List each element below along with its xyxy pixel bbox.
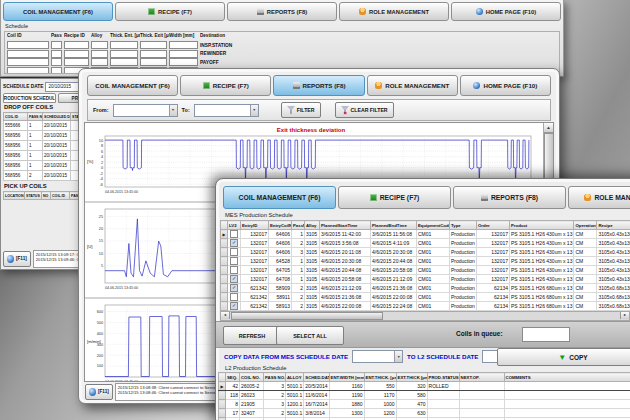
table-row[interactable]: 82190531200.116/7/201418801000470 xyxy=(219,400,630,409)
row-marker[interactable] xyxy=(221,293,228,302)
schedule-input[interactable] xyxy=(140,50,167,58)
column-header[interactable]: PassNo xyxy=(292,221,305,230)
clear-filter-button[interactable]: ×CLEAR FILTER xyxy=(335,102,394,118)
table-row[interactable]: 13201764708131054/6/2015 20:58:084/6/201… xyxy=(221,275,630,284)
column-header[interactable]: ENT.THICK. [μm] xyxy=(364,373,396,382)
to-date-select[interactable] xyxy=(194,104,259,117)
row-marker[interactable] xyxy=(221,239,228,248)
horizontal-scrollbar[interactable] xyxy=(220,311,630,321)
row-marker[interactable] xyxy=(221,275,228,284)
from-date-select[interactable] xyxy=(113,104,178,117)
schedule-input[interactable] xyxy=(110,41,138,49)
lv2-checkbox[interactable] xyxy=(230,266,238,274)
column-header[interactable]: COIL ID xyxy=(4,113,28,121)
tab-recipe-f7[interactable]: RECIPE (F7) xyxy=(180,75,271,96)
schedule-input[interactable] xyxy=(169,58,198,66)
table-row[interactable]: 173240725010.13/8/201413001200630 xyxy=(219,409,630,418)
table-row[interactable]: 568956120/10/2015 xyxy=(4,131,88,141)
column-header[interactable]: Product xyxy=(510,221,574,230)
tab-home-page-f10[interactable]: HOME PAGE (F10) xyxy=(460,75,551,96)
copy-button[interactable]: COPY xyxy=(497,348,630,366)
column-header[interactable]: NEXT.OP. xyxy=(459,373,504,382)
row-marker[interactable] xyxy=(221,284,228,293)
scrollbar-thumb[interactable] xyxy=(231,312,383,320)
schedule-input[interactable] xyxy=(169,50,198,58)
schedule-input[interactable] xyxy=(140,41,167,49)
column-header[interactable]: SEQ. xyxy=(226,373,240,382)
schedule-input[interactable] xyxy=(110,50,138,58)
column-header[interactable]: Alloy xyxy=(305,221,320,230)
schedule-input[interactable] xyxy=(64,50,89,58)
table-row[interactable]: 62134258909231054/6/2015 21:12:094/6/201… xyxy=(221,284,630,293)
column-header[interactable]: Recipe xyxy=(597,221,630,230)
schedule-input[interactable] xyxy=(64,41,89,49)
schedule-input[interactable] xyxy=(91,41,108,49)
row-marker[interactable] xyxy=(221,257,228,266)
column-header[interactable]: ALLOY xyxy=(286,373,304,382)
schedule-input[interactable] xyxy=(140,58,167,66)
table-row[interactable]: 555666120/10/2015 xyxy=(4,121,88,131)
table-row[interactable]: 13201764606331054/6/2015 20:11:084/6/201… xyxy=(221,248,630,257)
lv2-checkbox[interactable] xyxy=(230,230,238,238)
lv2-checkbox[interactable] xyxy=(230,275,238,283)
schedule-input[interactable] xyxy=(7,67,49,74)
schedule-input[interactable] xyxy=(110,58,138,66)
row-marker[interactable] xyxy=(221,248,228,257)
table-row[interactable]: ▶13201764606131053/6/2015 11:42:003/6/20… xyxy=(221,230,630,239)
tab-home-page-f10[interactable]: HOME PAGE (F10) xyxy=(451,2,561,21)
tab-reports-f8[interactable]: REPORTS (F8) xyxy=(273,75,364,96)
column-header[interactable]: Order xyxy=(477,221,510,230)
row-marker[interactable]: ▶ xyxy=(219,382,226,391)
tab-recipe-f7[interactable]: RECIPE (F7) xyxy=(115,2,225,21)
column-header[interactable]: SCHEDULED DATE xyxy=(43,113,71,121)
column-header[interactable]: ENT.WIDTH [mm] xyxy=(329,373,364,382)
table-row[interactable]: 13201764606231054/6/2015 3:56:084/6/2015… xyxy=(221,239,630,248)
tab-role-management[interactable]: ROLE MANAGEMENT xyxy=(339,2,449,21)
lv2-checkbox[interactable] xyxy=(230,257,238,265)
lv2-checkbox[interactable] xyxy=(230,302,238,310)
tab-recipe-f7[interactable]: RECIPE (F7) xyxy=(338,186,451,209)
table-row[interactable]: 568956120/10/2015 xyxy=(4,141,88,151)
filter-button[interactable]: FILTER xyxy=(281,102,321,118)
table-row[interactable]: ▶4226005-235010.120/5/20141160550320ROLL… xyxy=(219,382,630,391)
coils-in-queue-input[interactable] xyxy=(522,327,570,342)
column-header[interactable]: PROD.STATUS xyxy=(427,373,459,382)
column-header[interactable]: LV2 xyxy=(228,221,241,230)
column-header[interactable]: EquipmentCode xyxy=(417,221,450,230)
tab-role-management[interactable]: ROLE MANAGEMENT xyxy=(568,186,630,209)
row-marker[interactable] xyxy=(221,302,228,311)
schedule-input[interactable] xyxy=(7,41,49,49)
mes-schedule-date-select[interactable] xyxy=(352,350,403,363)
table-row[interactable]: 568956220/10/2015 xyxy=(4,171,88,181)
column-header[interactable]: PlannedStartTime xyxy=(320,221,371,230)
column-header[interactable]: OperationCode xyxy=(574,221,597,230)
lv2-checkbox[interactable] xyxy=(230,239,238,247)
schedule-input[interactable] xyxy=(51,58,62,66)
tab-role-management[interactable]: ROLE MANAGEMENT xyxy=(367,75,458,96)
column-header[interactable]: COIL NO. xyxy=(240,373,264,382)
row-marker[interactable] xyxy=(219,409,226,418)
row-marker[interactable]: ▶ xyxy=(221,230,228,239)
tab-coil-management-f6[interactable]: COIL MANAGEMENT (F6) xyxy=(223,186,336,209)
column-header[interactable]: COMMENTS xyxy=(504,373,630,382)
column-header[interactable] xyxy=(221,221,228,230)
column-header[interactable]: LOCATION xyxy=(4,192,25,200)
table-row[interactable]: 568956120/10/2015 xyxy=(4,151,88,161)
lv2-checkbox[interactable] xyxy=(230,284,238,292)
schedule-input[interactable] xyxy=(169,41,198,49)
column-header[interactable] xyxy=(219,373,226,382)
schedule-input[interactable] xyxy=(51,41,62,49)
column-header[interactable]: PlannedEndTime xyxy=(371,221,417,230)
schedule-input[interactable] xyxy=(64,58,89,66)
lv2-checkbox[interactable] xyxy=(230,293,238,301)
table-row[interactable]: 62134258911231054/6/2015 21:36:084/6/201… xyxy=(221,293,630,302)
column-header[interactable]: COIL ID xyxy=(51,192,70,200)
table-row[interactable]: 62134258913231054/6/2015 22:00:084/6/201… xyxy=(221,302,630,311)
tab-coil-management-f6[interactable]: COIL MANAGEMENT (F6) xyxy=(87,75,178,96)
column-header[interactable]: PASS NO. xyxy=(264,373,286,382)
column-header[interactable]: PASS NO/S xyxy=(28,113,43,121)
row-marker[interactable] xyxy=(219,391,226,400)
f11-button[interactable]: [F11] xyxy=(3,251,31,267)
refresh-button[interactable]: REFRESH xyxy=(223,326,281,345)
schedule-input[interactable] xyxy=(91,50,108,58)
